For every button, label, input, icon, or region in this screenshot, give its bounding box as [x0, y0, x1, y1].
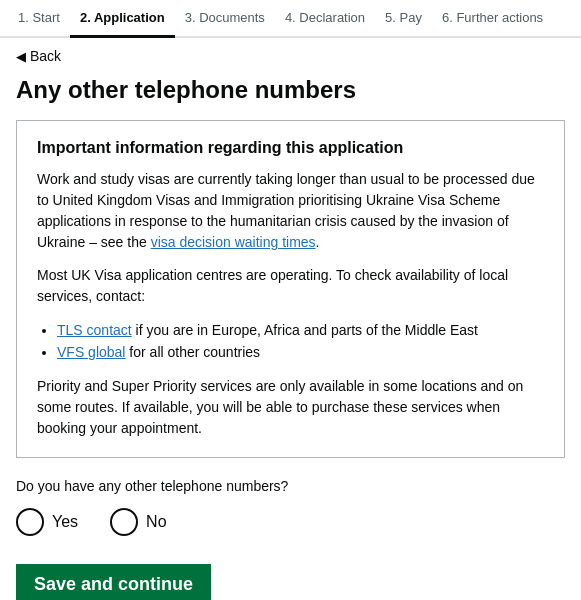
question-label: Do you have any other telephone numbers?: [0, 478, 581, 508]
bullet2-text: for all other countries: [125, 344, 260, 360]
step-pay[interactable]: 5. Pay: [375, 0, 432, 36]
step-application[interactable]: 2. Application: [70, 0, 175, 38]
info-list: TLS contact if you are in Europe, Africa…: [57, 319, 544, 364]
info-paragraph-1: Work and study visas are currently takin…: [37, 169, 544, 253]
step-start[interactable]: 1. Start: [8, 0, 70, 36]
radio-no-option[interactable]: No: [110, 508, 166, 536]
vfs-global-link[interactable]: VFS global: [57, 344, 125, 360]
back-arrow-icon: ◀: [16, 49, 26, 64]
back-link-label: Back: [30, 48, 61, 64]
list-item-tls: TLS contact if you are in Europe, Africa…: [57, 319, 544, 341]
radio-yes-input[interactable]: [16, 508, 44, 536]
info-box-title: Important information regarding this app…: [37, 139, 544, 157]
step-further-actions[interactable]: 6. Further actions: [432, 0, 553, 36]
step-nav-bar: 1. Start 2. Application 3. Documents 4. …: [0, 0, 581, 38]
radio-no-input[interactable]: [110, 508, 138, 536]
radio-group: Yes No: [0, 508, 581, 560]
info-box: Important information regarding this app…: [16, 120, 565, 458]
bullet1-text: if you are in Europe, Africa and parts o…: [132, 322, 478, 338]
step-declaration[interactable]: 4. Declaration: [275, 0, 375, 36]
info-paragraph-3: Priority and Super Priority services are…: [37, 376, 544, 439]
visa-decision-link[interactable]: visa decision waiting times: [151, 234, 316, 250]
list-item-vfs: VFS global for all other countries: [57, 341, 544, 363]
radio-yes-label: Yes: [52, 513, 78, 531]
back-link[interactable]: ◀ Back: [0, 38, 77, 70]
step-documents[interactable]: 3. Documents: [175, 0, 275, 36]
save-continue-button[interactable]: Save and continue: [16, 564, 211, 600]
step-nav: 1. Start 2. Application 3. Documents 4. …: [0, 0, 581, 38]
tls-contact-link[interactable]: TLS contact: [57, 322, 132, 338]
radio-yes-option[interactable]: Yes: [16, 508, 78, 536]
info-paragraph-2: Most UK Visa application centres are ope…: [37, 265, 544, 307]
info-para1-end: .: [316, 234, 320, 250]
page-title: Any other telephone numbers: [0, 70, 581, 120]
radio-no-label: No: [146, 513, 166, 531]
